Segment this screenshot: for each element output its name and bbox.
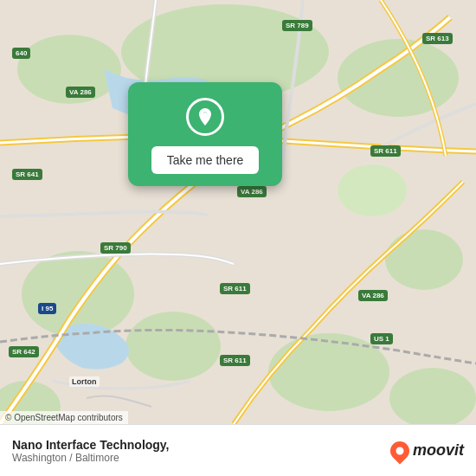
svg-point-9 (385, 229, 463, 290)
svg-point-10 (338, 164, 407, 216)
moovit-text: moovit (413, 441, 464, 460)
road-shield-va286-mid: VA 286 (237, 186, 267, 197)
road-shield-i95: I 95 (38, 303, 56, 314)
road-shield-va286-nw: VA 286 (66, 87, 95, 98)
road-shield-640: 640 (12, 48, 30, 59)
road-shield-sr611-s: SR 611 (220, 355, 250, 366)
road-shield-us1: US 1 (370, 333, 393, 344)
svg-point-5 (125, 312, 221, 381)
svg-point-3 (338, 39, 459, 117)
company-location: Washington / Baltimore (12, 452, 383, 464)
road-shield-va286-se: VA 286 (358, 290, 388, 301)
map-container: 640 VA 286 SR 789 SR 613 SR 641 SR 611 V… (0, 0, 476, 424)
location-icon (186, 98, 224, 136)
city-label-lorton: Lorton (69, 376, 100, 387)
road-shield-sr611-ne: SR 611 (370, 145, 401, 157)
svg-point-6 (268, 333, 389, 411)
road-shield-sr789: SR 789 (282, 20, 312, 31)
road-shield-sr613: SR 613 (422, 33, 453, 44)
company-info: Nano Interface Technology, Washington / … (12, 438, 383, 464)
map-attribution: © OpenStreetMap contributors (0, 411, 128, 424)
bottom-bar: Nano Interface Technology, Washington / … (0, 424, 476, 476)
take-me-there-button[interactable]: Take me there (151, 146, 260, 174)
company-name: Nano Interface Technology, (12, 438, 383, 452)
road-shield-sr790: SR 790 (100, 242, 131, 254)
moovit-pin-icon (386, 437, 413, 464)
moovit-logo: moovit (390, 441, 464, 460)
road-shield-sr611-mid: SR 611 (220, 283, 250, 294)
road-shield-sr641: SR 641 (12, 169, 42, 180)
location-card: Take me there (128, 82, 282, 186)
road-shield-sr642: SR 642 (9, 346, 39, 357)
